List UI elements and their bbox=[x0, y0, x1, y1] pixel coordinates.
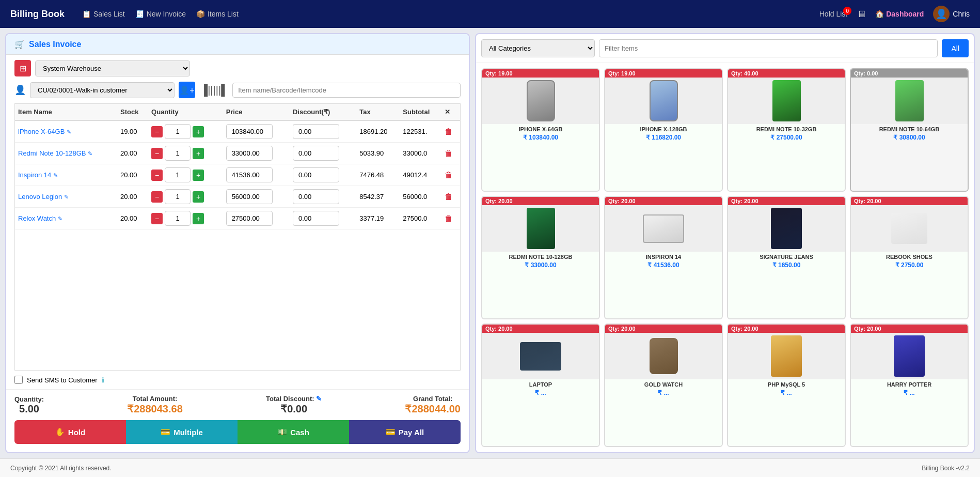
product-card[interactable]: Qty: 19.00 IPHONE X-64GB ₹ 103840.00 bbox=[481, 68, 600, 192]
edit-item-icon[interactable]: ✎ bbox=[64, 194, 69, 200]
qty-plus-button[interactable]: + bbox=[193, 213, 204, 224]
sms-checkbox[interactable] bbox=[14, 376, 23, 384]
product-img bbox=[527, 80, 555, 121]
new-invoice-icon: 🧾 bbox=[135, 10, 144, 18]
qty-cell: − + bbox=[148, 164, 223, 186]
edit-item-icon[interactable]: ✎ bbox=[53, 172, 58, 178]
delete-row-button[interactable]: 🗑 bbox=[445, 127, 453, 136]
qty-cell: − + bbox=[148, 143, 223, 164]
hold-list-button[interactable]: Hold List 0 bbox=[819, 10, 847, 18]
product-card[interactable]: Qty: 20.00 INSPIRON 14 ₹ 41536.00 bbox=[604, 196, 723, 319]
filter-input[interactable] bbox=[599, 39, 938, 57]
table-wrapper[interactable]: Item Name Stock Quantity Price Discount(… bbox=[14, 103, 461, 371]
barcode-input[interactable] bbox=[232, 83, 461, 98]
product-info: REDMI NOTE 10-32GB ₹ 27500.00 bbox=[728, 124, 845, 144]
total-amount-value: ₹288043.68 bbox=[127, 403, 183, 415]
nav-items-list[interactable]: 📦 Items List bbox=[196, 10, 239, 18]
edit-discount-icon[interactable]: ✎ bbox=[316, 395, 322, 403]
qty-input[interactable] bbox=[165, 211, 191, 226]
qty-plus-button[interactable]: + bbox=[193, 148, 204, 159]
table-row: iPhone X-64GB ✎ 19.00 − + 18691.20 12253… bbox=[15, 120, 460, 143]
grand-total: Grand Total: ₹288044.00 bbox=[405, 395, 461, 415]
product-price: ₹ 30800.00 bbox=[854, 134, 965, 141]
item-name-link[interactable]: Relox Watch ✎ bbox=[18, 214, 62, 222]
add-customer-button[interactable]: 👤+ bbox=[179, 82, 195, 98]
edit-item-icon[interactable]: ✎ bbox=[67, 129, 71, 135]
hold-button[interactable]: ✋ Hold bbox=[14, 420, 126, 444]
action-buttons: ✋ Hold 💳 Multiple 💵 Cash 💳 Pay All bbox=[14, 420, 461, 444]
customer-icon: 👤 bbox=[14, 84, 26, 96]
warehouse-select[interactable]: System Warehouse bbox=[35, 60, 190, 76]
item-name-link[interactable]: Inspiron 14 ✎ bbox=[18, 171, 58, 179]
price-input[interactable] bbox=[226, 146, 273, 161]
product-card[interactable]: Qty: 20.00 LAPTOP ₹ ... bbox=[481, 324, 600, 447]
product-card[interactable]: Qty: 40.00 REDMI NOTE 10-32GB ₹ 27500.00 bbox=[727, 68, 846, 192]
multiple-button[interactable]: 💳 Multiple bbox=[126, 420, 238, 444]
price-input[interactable] bbox=[226, 167, 273, 182]
product-name: REDMI NOTE 10-64GB bbox=[854, 126, 965, 133]
delete-row-button[interactable]: 🗑 bbox=[445, 192, 453, 202]
product-image bbox=[482, 333, 599, 379]
product-card[interactable]: Qty: 20.00 GOLD WATCH ₹ ... bbox=[604, 324, 723, 447]
qty-minus-button[interactable]: − bbox=[151, 191, 163, 203]
dashboard-link[interactable]: 🏠 Dashboard bbox=[875, 10, 924, 18]
qty-minus-button[interactable]: − bbox=[151, 213, 163, 224]
monitor-icon[interactable]: 🖥 bbox=[857, 9, 866, 20]
price-input[interactable] bbox=[226, 124, 273, 139]
qty-plus-button[interactable]: + bbox=[193, 126, 204, 137]
payall-button[interactable]: 💳 Pay All bbox=[349, 420, 461, 444]
user-menu[interactable]: 👤 Chris bbox=[933, 6, 970, 22]
col-discount: Discount(₹) bbox=[290, 104, 356, 120]
product-name: REDMI NOTE 10-128GB bbox=[485, 254, 596, 260]
product-card[interactable]: Qty: 20.00 SIGNATURE JEANS ₹ 1650.00 bbox=[727, 196, 846, 319]
category-select[interactable]: All Categories bbox=[481, 39, 595, 57]
product-card[interactable]: Qty: 19.00 IPHONE X-128GB ₹ 116820.00 bbox=[604, 68, 723, 192]
qty-plus-button[interactable]: + bbox=[193, 191, 204, 203]
edit-item-icon[interactable]: ✎ bbox=[88, 150, 92, 157]
qty-minus-button[interactable]: − bbox=[151, 126, 163, 137]
total-discount-value: ₹0.00 bbox=[266, 403, 322, 415]
qty-plus-button[interactable]: + bbox=[193, 170, 204, 181]
discount-input[interactable] bbox=[293, 146, 339, 161]
product-info: REDMI NOTE 10-128GB ₹ 33000.00 bbox=[482, 252, 599, 272]
qty-badge: Qty: 20.00 bbox=[728, 197, 845, 205]
price-input[interactable] bbox=[226, 189, 273, 204]
item-name-link[interactable]: iPhone X-64GB ✎ bbox=[18, 128, 71, 135]
qty-input[interactable] bbox=[165, 189, 191, 204]
quantity-total: Quantity: 5.00 bbox=[14, 395, 44, 415]
delete-row-button[interactable]: 🗑 bbox=[445, 149, 453, 158]
discount-input[interactable] bbox=[293, 167, 339, 182]
right-panel: All Categories All Qty: 19.00 IPHONE X-6… bbox=[475, 33, 975, 453]
cash-button[interactable]: 💵 Cash bbox=[238, 420, 349, 444]
product-name: REDMI NOTE 10-32GB bbox=[731, 126, 842, 133]
all-button[interactable]: All bbox=[942, 39, 969, 57]
discount-input[interactable] bbox=[293, 189, 339, 204]
qty-input[interactable] bbox=[165, 146, 191, 161]
nav-sales-list[interactable]: 📋 Sales List bbox=[82, 10, 125, 18]
delete-row-button[interactable]: 🗑 bbox=[445, 214, 453, 223]
qty-badge: Qty: 20.00 bbox=[851, 325, 968, 333]
discount-input[interactable] bbox=[293, 124, 339, 139]
delete-row-button[interactable]: 🗑 bbox=[445, 171, 453, 180]
qty-input[interactable] bbox=[165, 124, 191, 139]
product-name: INSPIRON 14 bbox=[608, 254, 719, 260]
qty-input[interactable] bbox=[165, 167, 191, 182]
product-card[interactable]: Qty: 20.00 REDMI NOTE 10-128GB ₹ 33000.0… bbox=[481, 196, 600, 319]
edit-item-icon[interactable]: ✎ bbox=[58, 216, 62, 222]
item-name-link[interactable]: Redmi Note 10-128GB ✎ bbox=[18, 149, 92, 157]
customer-select[interactable]: CU/02/0001-Walk-in customer bbox=[30, 82, 175, 98]
product-card[interactable]: Qty: 0.00 REDMI NOTE 10-64GB ₹ 30800.00 bbox=[850, 68, 969, 192]
product-card[interactable]: Qty: 20.00 HARRY POTTER ₹ ... bbox=[850, 324, 969, 447]
tax-cell: 7476.48 bbox=[356, 164, 400, 186]
qty-cell: − + bbox=[148, 208, 223, 229]
item-name-link[interactable]: Lenovo Legion ✎ bbox=[18, 193, 69, 201]
product-card[interactable]: Qty: 20.00 PHP MySQL 5 ₹ ... bbox=[727, 324, 846, 447]
grand-total-value: ₹288044.00 bbox=[405, 403, 461, 415]
product-price: ₹ ... bbox=[485, 389, 596, 396]
nav-new-invoice[interactable]: 🧾 New Invoice bbox=[135, 10, 186, 18]
qty-minus-button[interactable]: − bbox=[151, 148, 163, 159]
discount-input[interactable] bbox=[293, 211, 339, 226]
price-input[interactable] bbox=[226, 211, 273, 226]
product-card[interactable]: Qty: 20.00 REBOOK SHOES ₹ 2750.00 bbox=[850, 196, 969, 319]
qty-minus-button[interactable]: − bbox=[151, 170, 163, 181]
